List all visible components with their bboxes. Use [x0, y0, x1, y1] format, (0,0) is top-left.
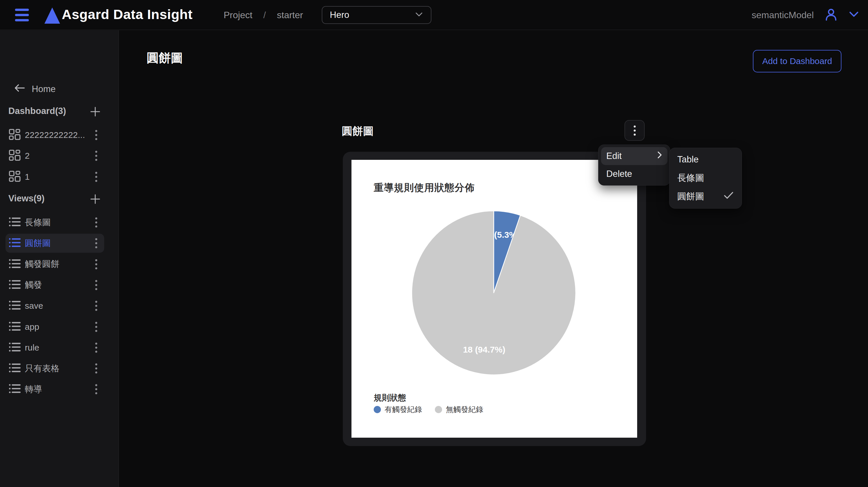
- hamburger-menu-icon[interactable]: [15, 9, 29, 21]
- sidebar-view-item-7[interactable]: rule: [5, 338, 104, 357]
- menu-item-delete[interactable]: Delete: [601, 165, 668, 183]
- kebab-menu-icon[interactable]: [95, 322, 97, 332]
- submenu-chevron-icon: [657, 151, 662, 161]
- menu-item-label: Delete: [606, 169, 632, 179]
- sidebar-item-label: app: [25, 322, 39, 332]
- chart-canvas: 重導規則使用狀態分佈 1 (5.3%)18 (94.7%) 規則狀態 有觸發紀錄…: [351, 160, 637, 438]
- kebab-menu-icon[interactable]: [95, 218, 97, 228]
- home-label: Home: [32, 84, 56, 94]
- kebab-menu-icon[interactable]: [95, 343, 97, 353]
- sidebar-view-item-8[interactable]: 只有表格: [5, 359, 104, 378]
- submenu-item-pie[interactable]: 圓餅圖: [670, 187, 742, 206]
- app-title: Asgard Data Insight: [62, 6, 192, 22]
- kebab-menu-icon[interactable]: [95, 363, 97, 374]
- main-content: 圓餅圖 Add to Dashboard 圓餅圖 重導規則使用狀態分佈 1 (5…: [119, 30, 868, 487]
- app-root: Asgard Data Insight Project / starter He…: [0, 0, 868, 487]
- sidebar-item-label: 觸發: [25, 279, 42, 291]
- list-icon: [8, 279, 21, 291]
- list-icon: [8, 299, 21, 312]
- sidebar-item-label: 22222222222...: [25, 130, 85, 140]
- dashboard-grid-icon: [8, 150, 21, 162]
- sidebar-view-item-2[interactable]: 圓餅圖: [5, 234, 104, 253]
- sidebar-item-label: 觸發圓餅: [25, 258, 59, 270]
- chart-type-submenu: Table 長條圖 圓餅圖: [669, 148, 742, 208]
- top-bar: Asgard Data Insight Project / starter He…: [0, 0, 868, 30]
- dashboard-section-header: Dashboard(3): [0, 105, 119, 119]
- kebab-menu-icon[interactable]: [95, 384, 97, 394]
- kebab-menu-icon[interactable]: [95, 301, 97, 311]
- top-right-group: semanticModel: [752, 0, 859, 30]
- sidebar-view-item-9[interactable]: 轉導: [5, 380, 104, 399]
- sidebar-view-item-5[interactable]: save: [5, 296, 104, 315]
- kebab-menu-icon[interactable]: [95, 280, 97, 290]
- list-icon: [8, 216, 21, 229]
- add-view-icon[interactable]: [89, 193, 101, 205]
- page-title: 圓餅圖: [147, 50, 183, 66]
- chevron-down-icon: [415, 11, 423, 19]
- sidebar-item-label: 2: [25, 151, 30, 161]
- kebab-menu-icon[interactable]: [95, 151, 97, 161]
- dashboard-grid-icon: [8, 170, 21, 183]
- list-icon: [8, 237, 21, 250]
- add-to-dashboard-button[interactable]: Add to Dashboard: [753, 50, 841, 72]
- back-arrow-icon: [14, 84, 25, 95]
- menu-item-edit[interactable]: Edit: [601, 147, 668, 165]
- views-section-label: Views(9): [8, 193, 44, 204]
- sidebar-view-item-6[interactable]: app: [5, 317, 104, 336]
- model-select-value: Hero: [330, 10, 349, 20]
- sidebar: Home Dashboard(3) 22222222222...: [0, 30, 119, 487]
- pie-data-label: 18 (94.7%): [463, 345, 505, 354]
- sidebar-view-item-1[interactable]: 長條圖: [5, 213, 104, 232]
- legend-title: 規則狀態: [374, 392, 406, 403]
- breadcrumb-project[interactable]: Project: [224, 10, 252, 21]
- legend-dot-gray: [435, 406, 442, 413]
- legend-dot-blue: [374, 406, 381, 413]
- chart-card: 重導規則使用狀態分佈 1 (5.3%)18 (94.7%) 規則狀態 有觸發紀錄…: [343, 152, 646, 446]
- legend-item: 無觸發紀錄: [435, 404, 483, 415]
- sidebar-item-dashboard-3[interactable]: 1: [5, 167, 104, 186]
- account-chevron-down-icon[interactable]: [848, 11, 859, 19]
- list-icon: [8, 341, 21, 354]
- kebab-menu-icon: [634, 126, 636, 136]
- legend-label: 有觸發紀錄: [385, 404, 422, 415]
- sidebar-item-dashboard-1[interactable]: 22222222222...: [5, 126, 104, 144]
- submenu-item-table[interactable]: Table: [670, 150, 742, 169]
- sidebar-view-item-4[interactable]: 觸發: [5, 275, 104, 295]
- sidebar-item-label: 長條圖: [25, 217, 51, 228]
- user-icon[interactable]: [824, 7, 839, 23]
- sidebar-view-item-3[interactable]: 觸發圓餅: [5, 255, 104, 274]
- chart-context-menu: Edit Delete: [598, 144, 670, 186]
- chart-title: 重導規則使用狀態分佈: [374, 181, 475, 194]
- sidebar-item-label: 1: [25, 172, 30, 182]
- breadcrumb-separator: /: [264, 10, 266, 21]
- sidebar-item-label: rule: [25, 343, 39, 353]
- chart-options-button[interactable]: [624, 120, 645, 141]
- sidebar-item-label: 圓餅圖: [25, 237, 51, 249]
- list-icon: [8, 258, 21, 271]
- dashboard-grid-icon: [8, 129, 21, 141]
- chart-section-title: 圓餅圖: [342, 124, 374, 138]
- kebab-menu-icon[interactable]: [95, 172, 97, 182]
- submenu-item-label: Table: [677, 154, 699, 165]
- legend-item: 有觸發紀錄: [374, 404, 422, 415]
- kebab-menu-icon[interactable]: [95, 259, 97, 269]
- kebab-menu-icon[interactable]: [95, 130, 97, 140]
- model-select[interactable]: Hero: [322, 6, 431, 24]
- dashboard-section-label: Dashboard(3): [8, 106, 66, 116]
- submenu-item-bar[interactable]: 長條圖: [670, 169, 742, 187]
- menu-item-label: Edit: [606, 151, 622, 161]
- list-icon: [8, 362, 21, 375]
- sidebar-item-label: 只有表格: [25, 363, 59, 375]
- chart-legend: 有觸發紀錄 無觸發紀錄: [374, 404, 483, 415]
- sidebar-item-dashboard-2[interactable]: 2: [5, 146, 104, 165]
- submenu-item-label: 圓餅圖: [677, 190, 704, 202]
- kebab-menu-icon[interactable]: [95, 238, 97, 249]
- semantic-model-label: semanticModel: [752, 10, 814, 21]
- sidebar-item-label: 轉導: [25, 383, 42, 395]
- add-dashboard-icon[interactable]: [89, 105, 101, 118]
- sidebar-home-link[interactable]: Home: [14, 82, 56, 96]
- submenu-item-label: 長條圖: [677, 172, 704, 184]
- pie-chart[interactable]: 1 (5.3%)18 (94.7%): [412, 211, 576, 375]
- app-logo-icon: [43, 7, 61, 25]
- breadcrumb-name[interactable]: starter: [277, 10, 303, 21]
